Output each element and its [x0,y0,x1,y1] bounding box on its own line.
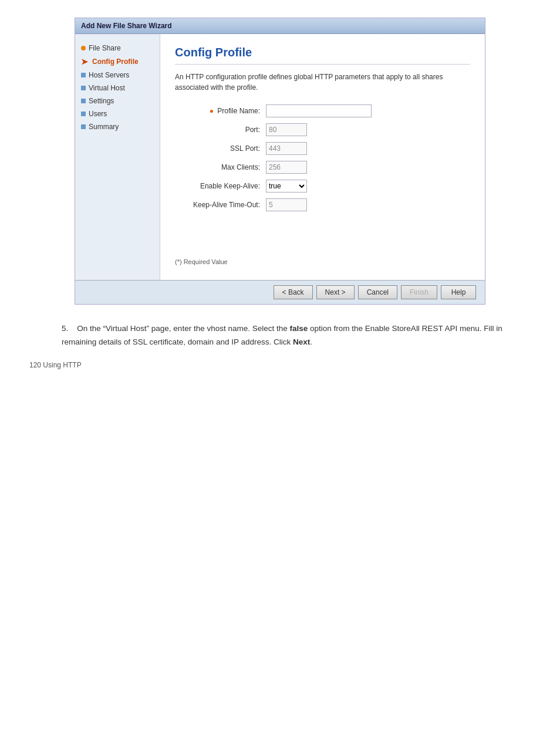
profile-name-label: ● Profile Name: [175,107,266,115]
keep-alive-timeout-label: Keep-Alive Time-Out: [175,201,266,209]
max-clients-input[interactable] [266,161,307,174]
ssl-port-row: SSL Port: [175,142,470,155]
wizard-title-bar: Add New File Share Wizard [75,18,485,34]
square-icon [81,99,86,103]
profile-name-row: ● Profile Name: [175,104,470,117]
arrow-icon: ➤ [81,57,88,66]
profile-name-input[interactable] [266,104,372,117]
wizard-body: File Share ➤ Config Profile Host Servers… [75,34,485,280]
square-icon [81,112,86,116]
port-label: Port: [175,126,266,134]
page-footer: 120 Using HTTP [23,361,537,369]
step5-text-end: . [310,337,312,346]
sidebar-item-virtual-host[interactable]: Virtual Host [81,83,154,93]
sidebar-label-config-profile: Config Profile [92,58,139,66]
ssl-port-input[interactable] [266,142,307,155]
max-clients-label: Max Clients: [175,163,266,171]
keep-alive-select[interactable]: true false [266,180,307,193]
step5-bold-next: Next [293,337,310,346]
sidebar-item-file-share[interactable]: File Share [81,43,154,53]
page-title: Config Profile [175,46,470,65]
sidebar-label-settings: Settings [89,97,114,105]
keep-alive-timeout-input[interactable] [266,198,307,211]
keep-alive-timeout-row: Keep-Alive Time-Out: [175,198,470,211]
max-clients-row: Max Clients: [175,161,470,174]
wizard-sidebar: File Share ➤ Config Profile Host Servers… [75,34,160,280]
sidebar-label-summary: Summary [89,123,119,131]
next-button[interactable]: Next > [316,285,355,299]
dot-icon [81,46,86,50]
wizard-footer: < Back Next > Cancel Finish Help [75,280,485,304]
port-row: Port: [175,123,470,136]
port-input[interactable] [266,123,307,136]
page-number-text: 120 Using HTTP [29,361,82,369]
square-icon [81,124,86,129]
square-icon [81,86,86,90]
required-note: (*) Required Value [175,258,470,265]
sidebar-label-file-share: File Share [89,44,121,52]
sidebar-item-users[interactable]: Users [81,109,154,119]
sidebar-item-summary[interactable]: Summary [81,121,154,132]
sidebar-item-config-profile[interactable]: ➤ Config Profile [81,56,154,67]
wizard-dialog: Add New File Share Wizard File Share ➤ C… [75,18,485,305]
wizard-title: Add New File Share Wizard [81,22,172,30]
sidebar-item-settings[interactable]: Settings [81,96,154,106]
help-button[interactable]: Help [441,285,476,299]
step5-text-before: On the “Virtual Host” page, enter the vh… [77,324,289,333]
step5-paragraph: 5. On the “Virtual Host” page, enter the… [62,322,513,349]
back-button[interactable]: < Back [274,285,313,299]
spacer [175,217,470,247]
finish-button[interactable]: Finish [401,285,437,299]
step5-bold-false: false [289,324,308,333]
cancel-button[interactable]: Cancel [358,285,397,299]
sidebar-label-users: Users [89,110,107,118]
sidebar-label-host-servers: Host Servers [89,71,129,79]
keep-alive-label: Enable Keep-Alive: [175,182,266,190]
wizard-main-content: Config Profile An HTTP configuration pro… [160,34,485,280]
sidebar-item-host-servers[interactable]: Host Servers [81,70,154,80]
ssl-port-label: SSL Port: [175,144,266,153]
page-description: An HTTP configuration profile defines gl… [175,72,470,93]
sidebar-label-virtual-host: Virtual Host [89,84,125,92]
square-icon [81,73,86,77]
step5-number: 5. [62,324,68,333]
required-indicator: ● [210,107,214,115]
keep-alive-row: Enable Keep-Alive: true false [175,180,470,193]
